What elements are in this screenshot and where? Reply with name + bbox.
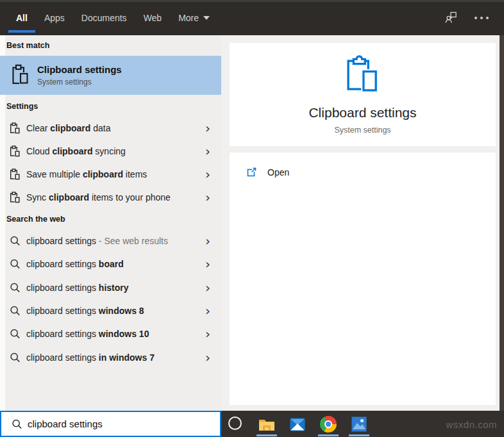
web-results-list: clipboard settings - See web results› cl… xyxy=(0,229,221,369)
topbar-actions xyxy=(444,11,504,24)
preview-title: Clipboard settings xyxy=(230,105,496,120)
result-label: clipboard settings windows 8 xyxy=(26,306,144,316)
label-segment: clipboard settings xyxy=(26,306,99,316)
best-match-title: Clipboard settings xyxy=(37,64,122,75)
settings-result-row[interactable]: Cloud clipboard syncing› xyxy=(0,140,221,163)
clipboard-icon xyxy=(345,54,381,97)
label-segment: clipboard xyxy=(49,192,89,202)
label-segment: clipboard settings xyxy=(26,329,99,339)
tab-web[interactable]: Web xyxy=(144,0,162,35)
open-action[interactable]: Open xyxy=(230,153,496,177)
clipboard-icon xyxy=(10,145,21,157)
label-segment: items xyxy=(123,169,147,179)
desktop-edge xyxy=(500,35,504,411)
label-segment: clipboard xyxy=(50,123,90,133)
chevron-right-icon[interactable]: › xyxy=(205,351,210,364)
search-icon xyxy=(10,352,21,363)
chevron-right-icon[interactable]: › xyxy=(205,122,210,135)
web-result-row[interactable]: clipboard settings windows 10› xyxy=(0,322,221,345)
search-the-web-header: Search the web xyxy=(6,215,65,224)
label-segment: windows 10 xyxy=(99,329,149,339)
label-segment: clipboard settings xyxy=(26,283,99,293)
tab-more[interactable]: More xyxy=(178,0,210,35)
chevron-right-icon[interactable]: › xyxy=(205,258,210,270)
chevron-right-icon[interactable]: › xyxy=(205,304,210,317)
chevron-right-icon[interactable]: › xyxy=(205,281,210,294)
result-label: Sync clipboard items to your phone xyxy=(26,192,171,202)
label-segment: clipboard xyxy=(83,169,123,179)
search-results-panel: Best match Clipboard settings System set… xyxy=(0,35,221,411)
photos-icon[interactable] xyxy=(344,411,374,437)
feedback-icon[interactable] xyxy=(444,11,458,24)
web-result-row[interactable]: clipboard settings windows 8› xyxy=(0,299,221,322)
mail-icon[interactable] xyxy=(282,411,313,437)
ellipsis-icon[interactable] xyxy=(475,17,489,19)
label-segment: items to your phone xyxy=(89,192,171,202)
web-result-row[interactable]: clipboard settings board› xyxy=(0,252,221,276)
preview-subtitle: System settings xyxy=(230,126,496,135)
tab-label: Web xyxy=(144,13,162,23)
search-box xyxy=(0,411,221,437)
tab-all[interactable]: All xyxy=(16,0,28,35)
settings-header: Settings xyxy=(6,102,38,111)
open-action-label: Open xyxy=(267,167,289,177)
label-segment: Cloud xyxy=(26,146,52,156)
best-match-subtitle: System settings xyxy=(37,78,122,87)
result-label: Cloud clipboard syncing xyxy=(26,146,126,156)
taskbar-icons xyxy=(251,411,374,437)
tab-label: All xyxy=(16,13,28,23)
search-icon xyxy=(12,418,22,430)
label-segment: windows 8 xyxy=(99,306,144,316)
web-result-row[interactable]: clipboard settings - See web results› xyxy=(0,229,221,252)
label-segment: history xyxy=(99,283,129,293)
tab-label: More xyxy=(178,13,199,23)
chevron-down-icon xyxy=(203,16,210,20)
settings-result-row[interactable]: Sync clipboard items to your phone› xyxy=(0,186,221,209)
chevron-right-icon[interactable]: › xyxy=(205,191,210,204)
result-label: clipboard settings windows 10 xyxy=(26,329,149,339)
preview-actions-card: Open xyxy=(230,153,496,405)
watermark: wsxdn.com xyxy=(446,419,497,430)
web-result-row[interactable]: clipboard settings history› xyxy=(0,276,221,299)
tab-apps[interactable]: Apps xyxy=(44,0,65,35)
chevron-right-icon[interactable]: › xyxy=(205,327,210,340)
chevron-right-icon[interactable]: › xyxy=(205,145,210,158)
chrome-icon[interactable] xyxy=(313,411,344,437)
chevron-right-icon[interactable]: › xyxy=(205,235,210,247)
result-label: clipboard settings - See web results xyxy=(26,236,168,246)
clipboard-icon xyxy=(10,192,21,203)
open-external-icon xyxy=(246,167,257,177)
result-label: clipboard settings board xyxy=(26,259,124,269)
tab-documents[interactable]: Documents xyxy=(81,0,127,35)
windows-search-flyout: { "topbar": { "tabs": [ { "label": "All"… xyxy=(0,0,504,437)
result-label: Save multiple clipboard items xyxy=(26,169,147,179)
label-segment: Sync xyxy=(26,192,49,202)
web-result-row[interactable]: clipboard settings in windows 7› xyxy=(0,345,221,368)
label-segment: board xyxy=(99,259,124,269)
label-segment: Save multiple xyxy=(26,169,83,179)
settings-result-row[interactable]: Clear clipboard data› xyxy=(0,117,221,140)
settings-result-row[interactable]: Save multiple clipboard items› xyxy=(0,163,221,186)
clipboard-icon xyxy=(10,122,21,134)
file-explorer-icon[interactable] xyxy=(251,411,282,437)
label-segment: - See web results xyxy=(99,236,168,246)
result-label: clipboard settings history xyxy=(26,283,129,293)
search-icon xyxy=(10,235,21,247)
label-segment: in windows 7 xyxy=(99,352,155,363)
search-input[interactable] xyxy=(28,418,220,429)
best-match-result[interactable]: Clipboard settings System settings xyxy=(0,56,221,95)
label-segment: clipboard settings xyxy=(26,352,99,363)
search-icon xyxy=(10,328,21,340)
cortana-icon[interactable] xyxy=(228,416,242,430)
preview-pane: Clipboard settings System settings Open xyxy=(221,35,504,411)
search-icon xyxy=(10,282,21,293)
search-tabs: AllAppsDocumentsWebMore xyxy=(0,0,210,35)
result-label: clipboard settings in windows 7 xyxy=(26,352,155,363)
label-segment: Clear xyxy=(26,123,50,133)
search-icon xyxy=(10,258,21,270)
chevron-right-icon[interactable]: › xyxy=(205,168,210,181)
best-match-text: Clipboard settings System settings xyxy=(37,64,122,87)
tab-label: Documents xyxy=(81,13,127,23)
label-segment: data xyxy=(90,123,110,133)
result-label: Clear clipboard data xyxy=(26,123,111,133)
